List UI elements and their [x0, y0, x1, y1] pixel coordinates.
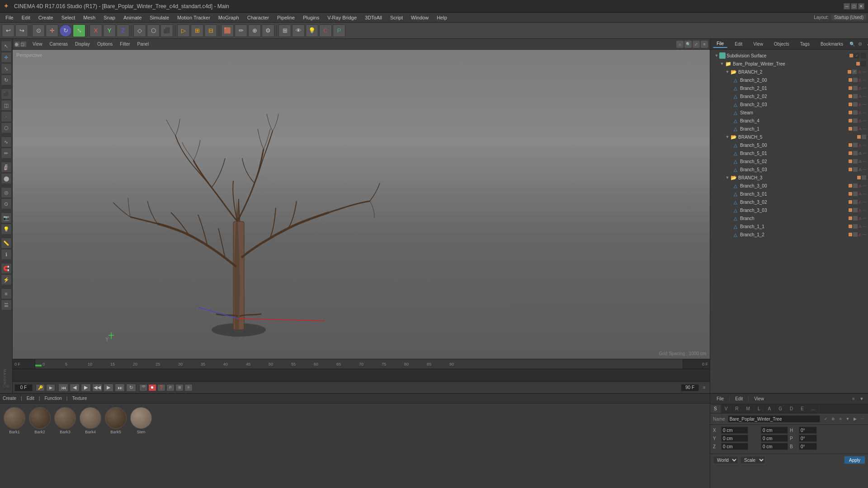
name-icon-6[interactable]: ⋯: [859, 416, 865, 422]
tc-icon-1[interactable]: 🔑: [36, 384, 45, 391]
pb-btn-6[interactable]: ≡: [184, 384, 193, 391]
curve-tool[interactable]: ∿: [1, 136, 12, 147]
undo-button[interactable]: ↩: [2, 24, 14, 37]
attr-icon-1[interactable]: ≡: [850, 395, 857, 403]
texture-tool[interactable]: ⊙: [1, 198, 12, 209]
menu-mograph[interactable]: MoGraph: [215, 14, 243, 21]
magnet-tool[interactable]: 🧲: [1, 263, 12, 274]
tree-item-branch2-01[interactable]: △ Branch_2_01 ⚠ ⋯: [710, 84, 868, 92]
scale-button[interactable]: ⤡: [73, 24, 85, 37]
light-tool[interactable]: 💡: [1, 224, 12, 235]
viewport-view-menu[interactable]: View: [30, 41, 45, 47]
mat-function-btn[interactable]: Function: [44, 396, 61, 401]
extra-tool-1[interactable]: ≡: [1, 288, 12, 299]
viewport-toggle[interactable]: ⊕: [14, 42, 20, 47]
tree-item-branch1-1[interactable]: △ Branch_1_1 ⚠ ⋯: [710, 222, 868, 230]
rotate-tool[interactable]: ↻: [1, 75, 12, 85]
tree-item-branch2[interactable]: ▼ 📂 BRANCH_2 ✓ ⚠ ⋯: [710, 68, 868, 76]
attr-tab-l[interactable]: L: [754, 404, 764, 413]
extra-tool-2[interactable]: ☰: [1, 300, 12, 310]
mat-texture-btn[interactable]: Texture: [72, 396, 87, 401]
tree-item-branch5-00[interactable]: △ Branch_5_00 ⚠ ⋯: [710, 141, 868, 149]
selection-tool[interactable]: ↖: [1, 41, 12, 52]
tree-arrow-branch2[interactable]: ▼: [725, 69, 730, 75]
menu-3dtoall[interactable]: 3DToAll: [361, 14, 386, 21]
play-reverse-button[interactable]: ◀◀: [92, 384, 102, 392]
tree-item-branch2-00[interactable]: △ Branch_2_00 ⚠ ⋯: [710, 76, 868, 84]
camera-tool[interactable]: 📷: [1, 212, 12, 223]
name-icon-3[interactable]: ≡: [837, 416, 844, 422]
pb-btn-4[interactable]: P: [166, 384, 175, 391]
rotate-button[interactable]: ↻: [59, 24, 72, 37]
attr-tab-r[interactable]: R: [731, 404, 742, 413]
tree-item-branch5-03[interactable]: △ Branch_5_03 ⚠ ⋯: [710, 165, 868, 174]
attr-tab-edit[interactable]: Edit: [731, 395, 746, 402]
pb-btn-3[interactable]: ❓: [157, 384, 165, 391]
python-button[interactable]: P: [333, 24, 345, 37]
menu-simulate[interactable]: Simulate: [146, 14, 173, 21]
fps-input[interactable]: [681, 384, 699, 391]
menu-vray[interactable]: V-Ray Bridge: [324, 14, 360, 21]
b2-vis-btn[interactable]: ✓: [852, 70, 857, 74]
panel-tab-bookmarks[interactable]: Bookmarks: [817, 41, 847, 47]
menu-plugins[interactable]: Plugins: [299, 14, 323, 21]
object-tree[interactable]: ▼ Subdivision Surface ✓ ▼ 📁 Bare_Poplar_…: [710, 50, 868, 393]
edge-mode-button[interactable]: ⬡: [147, 24, 160, 37]
z-axis-button[interactable]: Z: [117, 24, 129, 37]
viewport[interactable]: Perspective: [13, 50, 710, 359]
timeline-settings-btn[interactable]: ≡: [701, 384, 708, 391]
close-button[interactable]: ✕: [858, 3, 864, 9]
attr-tab-view[interactable]: View: [750, 395, 768, 402]
move-tool[interactable]: ✛: [1, 52, 12, 63]
prev-frame-button[interactable]: ◀: [70, 384, 80, 392]
y-axis-button[interactable]: Y: [103, 24, 116, 37]
mat-create-btn[interactable]: Create: [3, 396, 16, 401]
root-eye-btn[interactable]: [861, 61, 866, 66]
redo-button[interactable]: ↪: [15, 24, 28, 37]
tree-item-branch2-03[interactable]: △ Branch_2_03 ⚠ ⋯: [710, 100, 868, 108]
p-input[interactable]: [799, 435, 817, 442]
menu-help[interactable]: Help: [433, 14, 451, 21]
edge-tool[interactable]: ◫: [1, 100, 12, 111]
tree-arrow-branch5[interactable]: ▼: [725, 134, 730, 140]
panel-tab-view[interactable]: View: [750, 41, 767, 47]
menu-pipeline[interactable]: Pipeline: [274, 14, 298, 21]
menu-snap[interactable]: Snap: [100, 14, 119, 21]
tree-item-branch3-00[interactable]: △ Branch_3_00 ⚠ ⋯: [710, 182, 868, 190]
maximize-button[interactable]: □: [851, 3, 857, 9]
material-editor-button[interactable]: 🟫: [221, 24, 234, 37]
b2-02-vis-btn[interactable]: [853, 94, 858, 99]
menu-file[interactable]: File: [2, 14, 17, 21]
minimize-button[interactable]: ─: [844, 3, 850, 9]
play-button[interactable]: ▶: [81, 384, 91, 392]
tree-arrow-subdiv[interactable]: ▼: [714, 53, 719, 58]
mat-edit-btn[interactable]: Edit: [27, 396, 34, 401]
material-bark5[interactable]: Bark5: [105, 407, 127, 434]
grid-button[interactable]: ⊞: [278, 24, 291, 37]
point-mode-button[interactable]: ◇: [133, 24, 146, 37]
y-size-input[interactable]: [761, 435, 788, 442]
b4-vis-btn[interactable]: [853, 118, 858, 123]
tree-item-tree-root[interactable]: ▼ 📁 Bare_Poplar_Winter_Tree: [710, 60, 868, 68]
tree-item-branch2-02[interactable]: △ Branch_2_02 ⚠ ⋯: [710, 92, 868, 100]
go-end-button[interactable]: ⏭: [115, 384, 125, 392]
weld-tool[interactable]: ⚡: [1, 274, 12, 285]
viewport-zoom-btn[interactable]: 🔍: [684, 41, 692, 48]
cinema-button[interactable]: C: [319, 24, 332, 37]
tree-arrow-root[interactable]: ▼: [719, 61, 725, 66]
menu-create[interactable]: Create: [35, 14, 57, 21]
info-tool[interactable]: ℹ: [1, 249, 12, 260]
tree-item-steam[interactable]: △ Steam ⚠ ⋯: [710, 108, 868, 117]
attr-tab-g[interactable]: G: [775, 404, 786, 413]
loop-button[interactable]: ↻: [126, 384, 136, 392]
panel-tab-edit[interactable]: Edit: [731, 41, 746, 47]
viewport-cameras-menu[interactable]: Cameras: [47, 41, 71, 47]
h-input[interactable]: [799, 427, 817, 434]
render-region-button[interactable]: ⊞: [191, 24, 203, 37]
scale-tool[interactable]: ⤡: [1, 63, 12, 74]
attr-tab-file[interactable]: File: [713, 395, 727, 402]
x-size-input[interactable]: [761, 427, 788, 434]
tree-item-branch1-2[interactable]: △ Branch_1_2 ⚠ ⋯: [710, 230, 868, 239]
pb-btn-1[interactable]: 🎬: [139, 384, 147, 391]
menu-edit[interactable]: Edit: [18, 14, 34, 21]
